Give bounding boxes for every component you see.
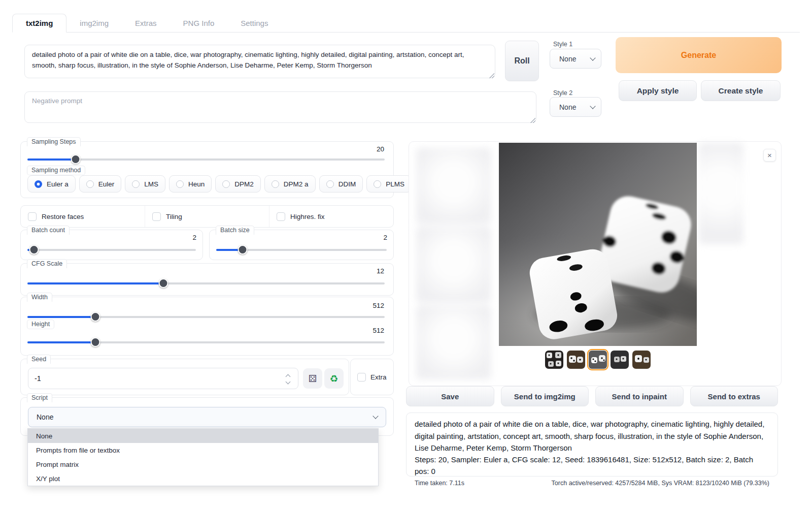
tab-extras[interactable]: Extras bbox=[122, 14, 170, 32]
seed-input[interactable]: -1 bbox=[28, 368, 298, 389]
height-slider[interactable] bbox=[27, 337, 385, 347]
tab-png-info[interactable]: PNG Info bbox=[170, 14, 228, 32]
recycle-icon: ♻ bbox=[329, 373, 338, 385]
radio-icon bbox=[374, 180, 381, 188]
batch-count-value: 2 bbox=[192, 234, 196, 241]
slider-thumb[interactable] bbox=[90, 312, 100, 322]
dice-icon: ⚄ bbox=[309, 373, 317, 385]
checkbox-icon[interactable] bbox=[152, 212, 161, 221]
thumbnail-5[interactable] bbox=[632, 351, 651, 369]
script-label: Script bbox=[27, 393, 52, 402]
batch-count-label: Batch count bbox=[27, 226, 70, 235]
send-to-extras-button[interactable]: Send to extras bbox=[690, 386, 779, 406]
save-button[interactable]: Save bbox=[406, 386, 494, 406]
radio-dpm2[interactable]: DPM2 bbox=[215, 175, 261, 193]
gallery-thumbnails bbox=[545, 351, 651, 369]
thumbnail-4[interactable] bbox=[611, 351, 629, 369]
radio-heun[interactable]: Heun bbox=[169, 175, 212, 193]
slider-thumb[interactable] bbox=[158, 278, 168, 288]
style2-select[interactable]: None bbox=[550, 97, 601, 117]
radio-icon bbox=[272, 180, 279, 188]
roll-button[interactable]: Roll bbox=[505, 41, 539, 81]
checkbox-icon[interactable] bbox=[277, 212, 285, 221]
thumbnail-3-selected[interactable] bbox=[589, 351, 607, 369]
close-icon[interactable]: × bbox=[763, 149, 776, 162]
script-select[interactable]: None bbox=[28, 407, 386, 427]
tab-settings[interactable]: Settings bbox=[227, 14, 281, 32]
sampling-steps-slider[interactable] bbox=[27, 154, 385, 164]
chevron-down-icon bbox=[373, 413, 378, 419]
slider-thumb[interactable] bbox=[238, 245, 248, 255]
batch-count-panel: Batch count 2 bbox=[20, 230, 203, 260]
tab-img2img[interactable]: img2img bbox=[66, 14, 122, 32]
radio-euler-a[interactable]: Euler a bbox=[27, 175, 76, 193]
generate-button[interactable]: Generate bbox=[616, 37, 782, 73]
checkbox-icon[interactable] bbox=[357, 373, 366, 382]
seed-stepper[interactable] bbox=[282, 371, 294, 387]
slider-thumb[interactable] bbox=[29, 245, 39, 255]
gallery-ghost-right bbox=[699, 143, 743, 280]
radio-ddim[interactable]: DDIM bbox=[319, 175, 363, 193]
radio-euler[interactable]: Euler bbox=[79, 175, 122, 193]
cfg-scale-label: CFG Scale bbox=[27, 259, 67, 268]
slider-thumb[interactable] bbox=[90, 337, 100, 347]
generated-image[interactable] bbox=[499, 143, 697, 346]
width-slider[interactable] bbox=[27, 312, 385, 322]
width-value: 512 bbox=[373, 302, 384, 309]
sampling-method-group: Euler a Euler LMS Heun DPM2 DPM2 a DDIM … bbox=[27, 175, 412, 193]
radio-plms[interactable]: PLMS bbox=[366, 175, 412, 193]
script-option-prompt-matrix[interactable]: Prompt matrix bbox=[28, 457, 378, 471]
highres-fix-checkbox-row[interactable]: Highres. fix bbox=[269, 206, 393, 227]
radio-lms[interactable]: LMS bbox=[125, 175, 165, 193]
time-taken-text: Time taken: 7.11s bbox=[415, 480, 464, 487]
stepper-down-icon[interactable] bbox=[285, 379, 290, 384]
chevron-down-icon bbox=[590, 103, 595, 109]
apply-style-button[interactable]: Apply style bbox=[619, 80, 697, 101]
seed-panel: Seed -1 ⚄ ♻ bbox=[20, 359, 349, 395]
stepper-up-icon[interactable] bbox=[285, 374, 290, 379]
sampling-method-label: Sampling method bbox=[27, 166, 85, 175]
restore-faces-checkbox-row[interactable]: Restore faces bbox=[21, 206, 145, 227]
chevron-down-icon bbox=[590, 55, 595, 60]
width-label: Width bbox=[27, 293, 52, 302]
script-dropdown-menu: None Prompts from file or textbox Prompt… bbox=[27, 428, 379, 486]
reuse-seed-button[interactable]: ♻ bbox=[324, 368, 344, 389]
radio-icon bbox=[132, 180, 140, 188]
checkbox-icon[interactable] bbox=[28, 212, 37, 221]
send-to-img2img-button[interactable]: Send to img2img bbox=[501, 386, 589, 406]
thumbnail-2[interactable] bbox=[567, 351, 585, 369]
script-option-none[interactable]: None bbox=[28, 429, 378, 443]
radio-dpm2-a[interactable]: DPM2 a bbox=[264, 175, 316, 193]
batch-size-slider[interactable] bbox=[216, 245, 387, 255]
script-option-xy-plot[interactable]: X/Y plot bbox=[28, 471, 378, 486]
tiling-checkbox-row[interactable]: Tiling bbox=[145, 206, 269, 227]
txt2img-page: txt2img img2img Extras PNG Info Settings… bbox=[0, 0, 812, 508]
main-tabbar: txt2img img2img Extras PNG Info Settings bbox=[12, 13, 800, 33]
negative-prompt-input[interactable] bbox=[24, 91, 536, 123]
thumbnail-1[interactable] bbox=[545, 351, 563, 369]
output-actions: Save Send to img2img Send to inpaint Sen… bbox=[406, 386, 778, 406]
radio-icon bbox=[326, 180, 334, 188]
send-to-inpaint-button[interactable]: Send to inpaint bbox=[595, 386, 684, 406]
dimensions-panel: Width 512 Height 512 bbox=[20, 297, 394, 356]
radio-icon bbox=[222, 180, 230, 188]
sampling-steps-value: 20 bbox=[377, 145, 384, 153]
cfg-scale-slider[interactable] bbox=[27, 278, 385, 288]
extra-label: Extra bbox=[370, 373, 387, 381]
style1-label: Style 1 bbox=[553, 41, 572, 48]
slider-thumb[interactable] bbox=[71, 154, 81, 164]
sampling-steps-label: Sampling Steps bbox=[27, 137, 81, 146]
script-option-prompts-from-file[interactable]: Prompts from file or textbox bbox=[28, 443, 378, 457]
cfg-scale-panel: CFG Scale 12 bbox=[20, 263, 394, 296]
tab-txt2img[interactable]: txt2img bbox=[12, 14, 66, 33]
create-style-button[interactable]: Create style bbox=[701, 80, 781, 101]
generation-info-panel: detailed photo of a pair of white die on… bbox=[406, 412, 778, 477]
random-seed-button[interactable]: ⚄ bbox=[303, 368, 322, 389]
batch-size-label: Batch size bbox=[216, 226, 254, 235]
style1-select[interactable]: None bbox=[550, 49, 601, 69]
gallery-ghost-left bbox=[416, 148, 491, 379]
style2-value: None bbox=[559, 103, 576, 111]
batch-count-slider[interactable] bbox=[27, 245, 196, 255]
result-gallery: × bbox=[409, 141, 782, 386]
prompt-input[interactable]: detailed photo of a pair of white die on… bbox=[24, 45, 495, 78]
